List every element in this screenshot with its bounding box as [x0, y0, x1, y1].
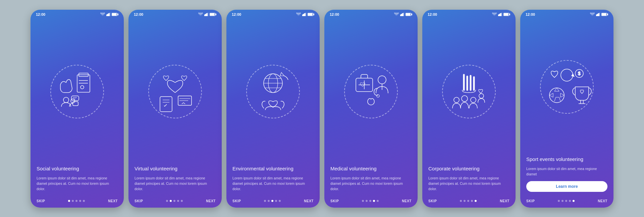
dashed-circle [50, 65, 104, 118]
svg-rect-43 [400, 15, 401, 16]
battery-icon [308, 13, 314, 16]
svg-rect-61 [509, 14, 510, 15]
dot-1 [460, 200, 462, 202]
phone-virtual: 12:00 [128, 10, 222, 208]
dot-3 [565, 200, 567, 202]
svg-rect-2 [108, 13, 109, 16]
svg-rect-46 [404, 13, 405, 16]
skip-button[interactable]: SKIP [37, 199, 45, 203]
svg-rect-18 [204, 15, 205, 16]
phone-body: Lorem ipsum dolor sit dim amet, mea regi… [330, 175, 412, 192]
dot-2 [561, 200, 564, 202]
svg-rect-20 [206, 13, 207, 16]
svg-point-12 [63, 97, 69, 103]
next-button[interactable]: NEXT [500, 199, 509, 203]
signal-icon [106, 13, 110, 16]
svg-rect-48 [412, 14, 412, 15]
status-bar: 12:00 [128, 10, 222, 18]
signal-icon [302, 13, 306, 16]
dot-2 [268, 200, 270, 202]
virtual-icon [150, 66, 200, 117]
svg-rect-36 [314, 14, 314, 15]
status-time: 12:00 [526, 12, 535, 16]
svg-rect-31 [302, 15, 303, 16]
phone-content-environmental: Environmental volunteering Lorem ipsum d… [226, 165, 320, 196]
nav-dots [362, 200, 379, 202]
svg-point-63 [454, 97, 459, 103]
wifi-icon [394, 13, 399, 16]
status-bar: 12:00 [226, 10, 320, 18]
next-button[interactable]: NEXT [598, 199, 607, 203]
svg-rect-67 [596, 15, 597, 16]
status-icons [492, 13, 510, 16]
next-button[interactable]: NEXT [108, 199, 118, 203]
phone-title: Social volunteering [37, 165, 118, 172]
dot-1 [264, 200, 266, 202]
dot-3 [173, 200, 175, 202]
svg-rect-45 [402, 13, 403, 16]
phone-title: Sport events volunteering [526, 156, 607, 163]
svg-rect-58 [500, 13, 501, 16]
svg-rect-68 [597, 14, 598, 16]
svg-rect-25 [160, 97, 172, 112]
learn-more-button[interactable]: Learn more [526, 181, 607, 192]
signal-icon [204, 13, 208, 16]
phone-nav: SKIP NEXT [226, 196, 320, 208]
status-icons [198, 13, 216, 16]
skip-button[interactable]: SKIP [232, 199, 241, 203]
phone-content-corporate: Corporate volunteering Lorem ipsum dolor… [422, 165, 516, 196]
phone-sport: 12:00 $ [520, 10, 613, 208]
dot-1 [68, 200, 70, 202]
icon-area-medical [324, 18, 418, 166]
svg-rect-1 [107, 14, 108, 16]
phones-container: 12:00 [24, 3, 620, 214]
dashed-circle [246, 65, 300, 118]
status-icons [394, 13, 412, 16]
svg-rect-44 [401, 14, 402, 16]
dashed-circle [148, 65, 202, 118]
next-button[interactable]: NEXT [304, 199, 314, 203]
dot-3 [369, 200, 371, 202]
icon-area-virtual [128, 18, 222, 166]
svg-rect-3 [110, 13, 111, 16]
status-bar: 12:00 [324, 10, 418, 18]
svg-rect-0 [106, 15, 107, 16]
svg-rect-23 [216, 14, 216, 15]
battery-icon [210, 13, 216, 16]
dashed-circle: $ [540, 60, 594, 114]
phone-body: Lorem ipsum dolor sit dim amet, mea regi… [37, 175, 118, 192]
svg-point-66 [479, 94, 484, 98]
status-time: 12:00 [232, 12, 241, 16]
battery-icon [406, 13, 412, 16]
skip-button[interactable]: SKIP [428, 199, 437, 203]
wifi-icon [492, 13, 497, 16]
svg-rect-34 [306, 13, 307, 16]
status-bar: 12:00 [422, 10, 516, 18]
svg-rect-72 [607, 14, 608, 15]
dashed-circle [344, 65, 398, 118]
dot-1 [558, 200, 560, 202]
medical-icon [346, 66, 396, 117]
phone-content-sport: Sport events volunteering Lorem ipsum do… [520, 156, 613, 196]
phone-social: 12:00 [31, 10, 124, 208]
svg-rect-6 [112, 13, 116, 15]
phone-corporate: 12:00 [422, 10, 516, 208]
svg-marker-74 [572, 74, 574, 76]
next-button[interactable]: NEXT [402, 199, 412, 203]
status-time: 12:00 [134, 12, 143, 16]
dot-4 [177, 200, 179, 202]
svg-rect-14 [71, 96, 79, 101]
phone-title: Corporate volunteering [428, 165, 509, 172]
phone-body: Lorem ipsum dolor sit dim amet, mea regi… [135, 175, 216, 192]
dot-5 [83, 200, 85, 202]
skip-button[interactable]: SKIP [135, 199, 143, 203]
icon-area-social [31, 18, 124, 166]
svg-rect-37 [308, 13, 312, 15]
skip-button[interactable]: SKIP [330, 199, 339, 203]
next-button[interactable]: NEXT [206, 199, 216, 203]
status-icons [296, 13, 314, 16]
battery-icon [503, 13, 510, 16]
phone-nav: SKIP NEXT [31, 196, 124, 208]
skip-button[interactable]: SKIP [526, 199, 535, 203]
svg-rect-62 [504, 13, 508, 15]
